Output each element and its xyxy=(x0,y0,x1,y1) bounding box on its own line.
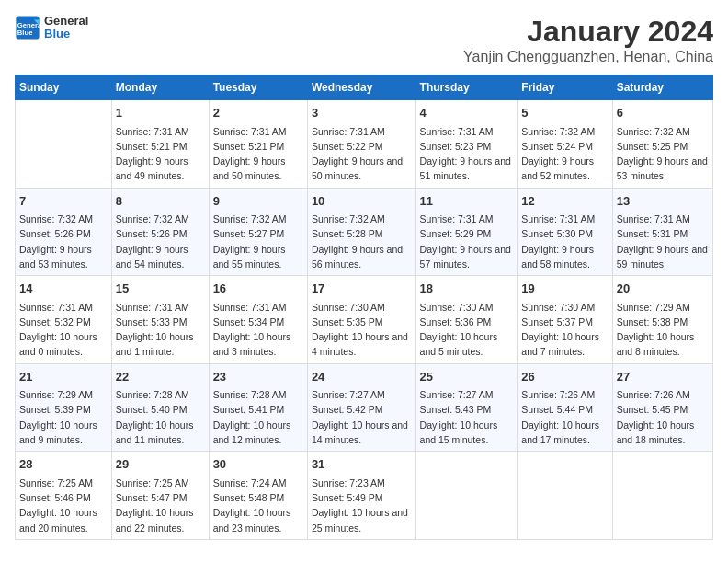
day-info: Sunrise: 7:32 AMSunset: 5:28 PMDaylight:… xyxy=(312,212,412,271)
day-number: 27 xyxy=(617,368,709,386)
calendar-cell: 21Sunrise: 7:29 AMSunset: 5:39 PMDayligh… xyxy=(16,363,112,452)
calendar-cell: 1Sunrise: 7:31 AMSunset: 5:21 PMDaylight… xyxy=(111,100,209,189)
calendar-cell: 13Sunrise: 7:31 AMSunset: 5:31 PMDayligh… xyxy=(612,188,712,276)
day-number: 2 xyxy=(213,104,303,122)
day-number: 25 xyxy=(420,368,514,386)
calendar-cell xyxy=(16,100,112,189)
day-number: 26 xyxy=(521,368,608,386)
day-number: 13 xyxy=(617,192,709,211)
day-info: Sunrise: 7:31 AMSunset: 5:30 PMDaylight:… xyxy=(521,212,608,271)
calendar-cell: 10Sunrise: 7:32 AMSunset: 5:28 PMDayligh… xyxy=(307,188,415,276)
day-info: Sunrise: 7:31 AMSunset: 5:21 PMDaylight:… xyxy=(213,124,303,184)
day-number: 11 xyxy=(420,192,514,211)
col-header-tuesday: Tuesday xyxy=(209,75,307,100)
day-number: 9 xyxy=(213,192,303,211)
col-header-wednesday: Wednesday xyxy=(307,75,415,100)
calendar-cell: 16Sunrise: 7:31 AMSunset: 5:34 PMDayligh… xyxy=(209,276,307,364)
day-info: Sunrise: 7:29 AMSunset: 5:38 PMDaylight:… xyxy=(617,300,709,360)
day-info: Sunrise: 7:32 AMSunset: 5:24 PMDaylight:… xyxy=(521,124,608,184)
day-info: Sunrise: 7:31 AMSunset: 5:29 PMDaylight:… xyxy=(420,212,514,271)
calendar-cell: 20Sunrise: 7:29 AMSunset: 5:38 PMDayligh… xyxy=(612,276,712,364)
calendar-cell: 15Sunrise: 7:31 AMSunset: 5:33 PMDayligh… xyxy=(111,276,209,364)
calendar-cell: 14Sunrise: 7:31 AMSunset: 5:32 PMDayligh… xyxy=(16,276,112,364)
day-number: 23 xyxy=(213,368,303,386)
location-title: Yanjin Chengguanzhen, Henan, China xyxy=(463,49,713,65)
col-header-monday: Monday xyxy=(111,75,209,100)
day-number: 28 xyxy=(19,455,108,474)
calendar-cell xyxy=(415,452,518,540)
page-header: General Blue General Blue January 2024 Y… xyxy=(15,15,713,65)
calendar-cell: 4Sunrise: 7:31 AMSunset: 5:23 PMDaylight… xyxy=(415,100,518,189)
day-info: Sunrise: 7:27 AMSunset: 5:42 PMDaylight:… xyxy=(312,387,412,447)
day-info: Sunrise: 7:26 AMSunset: 5:44 PMDaylight:… xyxy=(521,387,608,447)
calendar-cell: 12Sunrise: 7:31 AMSunset: 5:30 PMDayligh… xyxy=(518,188,612,276)
day-info: Sunrise: 7:30 AMSunset: 5:36 PMDaylight:… xyxy=(420,300,514,360)
day-info: Sunrise: 7:31 AMSunset: 5:21 PMDaylight:… xyxy=(116,124,205,184)
calendar-cell: 17Sunrise: 7:30 AMSunset: 5:35 PMDayligh… xyxy=(307,276,415,364)
day-info: Sunrise: 7:32 AMSunset: 5:25 PMDaylight:… xyxy=(617,124,709,184)
col-header-friday: Friday xyxy=(518,75,612,100)
calendar-header-row: SundayMondayTuesdayWednesdayThursdayFrid… xyxy=(16,75,713,100)
day-number: 18 xyxy=(420,280,514,298)
day-info: Sunrise: 7:26 AMSunset: 5:45 PMDaylight:… xyxy=(617,387,709,447)
logo-text-line2: Blue xyxy=(44,28,88,40)
calendar-cell: 8Sunrise: 7:32 AMSunset: 5:26 PMDaylight… xyxy=(111,188,209,276)
day-number: 24 xyxy=(312,368,412,386)
day-info: Sunrise: 7:28 AMSunset: 5:40 PMDaylight:… xyxy=(116,387,205,447)
day-info: Sunrise: 7:31 AMSunset: 5:34 PMDaylight:… xyxy=(213,300,303,360)
day-number: 15 xyxy=(116,280,205,298)
calendar-cell xyxy=(612,452,712,540)
day-info: Sunrise: 7:25 AMSunset: 5:46 PMDaylight:… xyxy=(19,476,108,535)
day-info: Sunrise: 7:25 AMSunset: 5:47 PMDaylight:… xyxy=(116,476,205,535)
logo-icon: General Blue xyxy=(15,15,40,40)
day-info: Sunrise: 7:32 AMSunset: 5:26 PMDaylight:… xyxy=(19,212,108,271)
calendar-week-row: 1Sunrise: 7:31 AMSunset: 5:21 PMDaylight… xyxy=(16,100,713,189)
day-number: 21 xyxy=(19,368,108,386)
day-number: 7 xyxy=(19,192,108,211)
day-info: Sunrise: 7:31 AMSunset: 5:22 PMDaylight:… xyxy=(312,124,412,184)
day-number: 29 xyxy=(116,455,205,474)
svg-text:Blue: Blue xyxy=(17,29,33,38)
day-number: 19 xyxy=(521,280,608,298)
day-info: Sunrise: 7:24 AMSunset: 5:48 PMDaylight:… xyxy=(213,476,303,535)
day-info: Sunrise: 7:27 AMSunset: 5:43 PMDaylight:… xyxy=(420,387,514,447)
day-info: Sunrise: 7:31 AMSunset: 5:33 PMDaylight:… xyxy=(116,300,205,360)
day-number: 6 xyxy=(617,104,709,122)
day-info: Sunrise: 7:30 AMSunset: 5:37 PMDaylight:… xyxy=(521,300,608,360)
day-info: Sunrise: 7:31 AMSunset: 5:31 PMDaylight:… xyxy=(617,212,709,271)
day-number: 1 xyxy=(116,104,205,122)
col-header-sunday: Sunday xyxy=(16,75,112,100)
day-info: Sunrise: 7:32 AMSunset: 5:26 PMDaylight:… xyxy=(116,212,205,271)
title-block: January 2024 Yanjin Chengguanzhen, Henan… xyxy=(463,15,713,65)
logo: General Blue General Blue xyxy=(15,15,88,41)
day-info: Sunrise: 7:28 AMSunset: 5:41 PMDaylight:… xyxy=(213,387,303,447)
calendar-cell xyxy=(518,452,612,540)
calendar-week-row: 28Sunrise: 7:25 AMSunset: 5:46 PMDayligh… xyxy=(16,452,713,540)
calendar-week-row: 7Sunrise: 7:32 AMSunset: 5:26 PMDaylight… xyxy=(16,188,713,276)
calendar-cell: 11Sunrise: 7:31 AMSunset: 5:29 PMDayligh… xyxy=(415,188,518,276)
logo-text-line1: General xyxy=(44,15,88,28)
day-number: 31 xyxy=(312,455,412,474)
calendar-cell: 22Sunrise: 7:28 AMSunset: 5:40 PMDayligh… xyxy=(111,363,209,452)
calendar-cell: 23Sunrise: 7:28 AMSunset: 5:41 PMDayligh… xyxy=(209,363,307,452)
day-number: 16 xyxy=(213,280,303,298)
calendar-cell: 7Sunrise: 7:32 AMSunset: 5:26 PMDaylight… xyxy=(16,188,112,276)
col-header-thursday: Thursday xyxy=(415,75,518,100)
day-info: Sunrise: 7:31 AMSunset: 5:23 PMDaylight:… xyxy=(420,124,514,184)
day-info: Sunrise: 7:23 AMSunset: 5:49 PMDaylight:… xyxy=(312,476,412,535)
day-number: 5 xyxy=(521,104,608,122)
day-number: 8 xyxy=(116,192,205,211)
calendar-week-row: 21Sunrise: 7:29 AMSunset: 5:39 PMDayligh… xyxy=(16,363,713,452)
day-number: 4 xyxy=(420,104,514,122)
calendar-cell: 3Sunrise: 7:31 AMSunset: 5:22 PMDaylight… xyxy=(307,100,415,189)
calendar-cell: 2Sunrise: 7:31 AMSunset: 5:21 PMDaylight… xyxy=(209,100,307,189)
calendar-cell: 19Sunrise: 7:30 AMSunset: 5:37 PMDayligh… xyxy=(518,276,612,364)
day-number: 30 xyxy=(213,455,303,474)
calendar-cell: 27Sunrise: 7:26 AMSunset: 5:45 PMDayligh… xyxy=(612,363,712,452)
calendar-cell: 29Sunrise: 7:25 AMSunset: 5:47 PMDayligh… xyxy=(111,452,209,540)
calendar-cell: 6Sunrise: 7:32 AMSunset: 5:25 PMDaylight… xyxy=(612,100,712,189)
day-number: 14 xyxy=(19,280,108,298)
calendar-cell: 5Sunrise: 7:32 AMSunset: 5:24 PMDaylight… xyxy=(518,100,612,189)
day-info: Sunrise: 7:29 AMSunset: 5:39 PMDaylight:… xyxy=(19,387,108,447)
day-number: 12 xyxy=(521,192,608,211)
